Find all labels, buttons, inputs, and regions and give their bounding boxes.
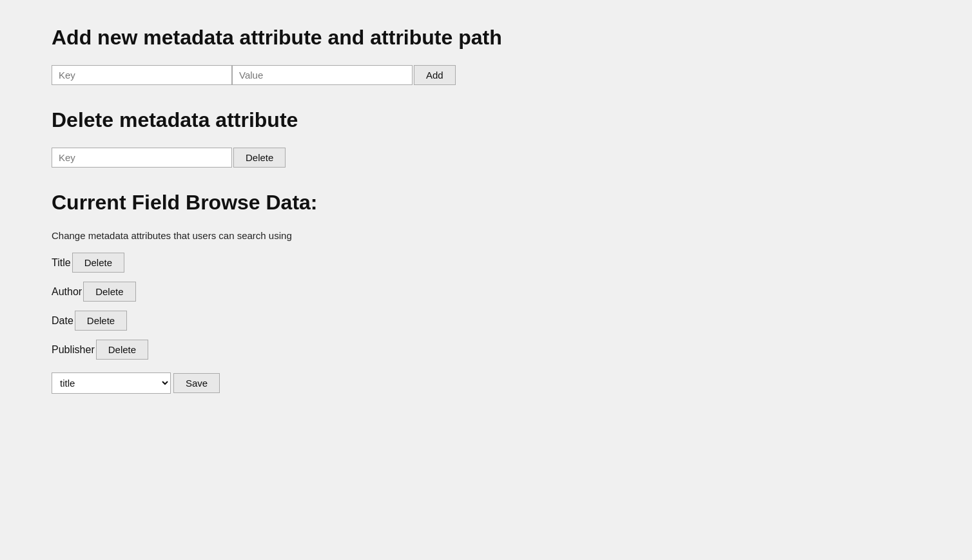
add-value-input[interactable]: [232, 65, 413, 85]
attribute-label-date: Date: [52, 315, 73, 327]
attribute-list: Title Delete Author Delete Date Delete P…: [52, 253, 940, 360]
add-key-input[interactable]: [52, 65, 232, 85]
delete-metadata-section: Delete metadata attribute Delete: [52, 108, 940, 168]
attribute-item-publisher: Publisher Delete: [52, 340, 940, 360]
add-button[interactable]: Add: [414, 65, 456, 85]
attribute-item-date: Date Delete: [52, 311, 940, 331]
bottom-row: title author date publisher Save: [52, 372, 940, 394]
attribute-label-author: Author: [52, 286, 82, 298]
delete-publisher-button[interactable]: Delete: [96, 340, 148, 360]
page-container: Add new metadata attribute and attribute…: [0, 0, 972, 560]
browse-description: Change metadata attributes that users ca…: [52, 230, 940, 241]
delete-input-row: Delete: [52, 148, 940, 168]
delete-date-button[interactable]: Delete: [75, 311, 127, 331]
add-metadata-title: Add new metadata attribute and attribute…: [52, 26, 940, 50]
browse-data-title: Current Field Browse Data:: [52, 191, 940, 215]
browse-data-section: Current Field Browse Data: Change metada…: [52, 191, 940, 394]
attribute-label-title: Title: [52, 257, 71, 269]
delete-metadata-title: Delete metadata attribute: [52, 108, 940, 132]
delete-key-input[interactable]: [52, 148, 232, 168]
attribute-dropdown[interactable]: title author date publisher: [52, 372, 171, 394]
delete-title-button[interactable]: Delete: [72, 253, 124, 273]
save-button[interactable]: Save: [173, 373, 220, 393]
attribute-label-publisher: Publisher: [52, 344, 95, 356]
attribute-item-author: Author Delete: [52, 282, 940, 302]
delete-section-button[interactable]: Delete: [233, 148, 286, 168]
add-metadata-section: Add new metadata attribute and attribute…: [52, 26, 940, 85]
attribute-item-title: Title Delete: [52, 253, 940, 273]
add-input-row: Add: [52, 65, 940, 85]
delete-author-button[interactable]: Delete: [83, 282, 135, 302]
